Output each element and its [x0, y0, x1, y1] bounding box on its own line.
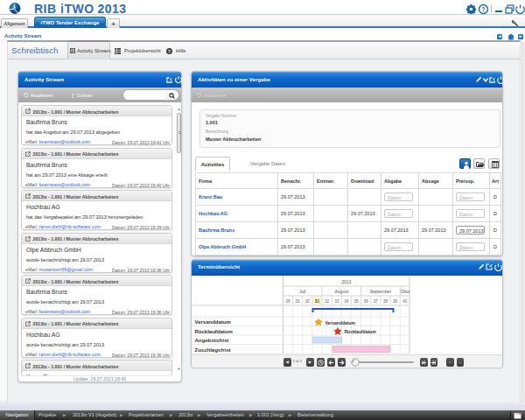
svg-text:33: 33 [334, 299, 340, 304]
svg-text:Zuschlagsfrist: Zuschlagsfrist [195, 347, 231, 353]
svg-text:31: 31 [315, 299, 320, 304]
svg-text:Versanddatum: Versanddatum [195, 319, 231, 325]
svg-text:Okto: Okto [401, 289, 410, 294]
svg-text:Versanddatum: Versanddatum [326, 320, 356, 326]
svg-text:39: 39 [393, 299, 398, 304]
svg-text:2013: 2013 [341, 279, 351, 284]
svg-text:38: 38 [383, 299, 388, 304]
svg-text:August: August [335, 289, 349, 294]
svg-text:Rücklaufdatum: Rücklaufdatum [345, 329, 377, 334]
svg-text:36: 36 [364, 299, 369, 304]
svg-text:40: 40 [402, 299, 408, 304]
svg-text:Juli: Juli [299, 289, 306, 294]
svg-text:35: 35 [354, 299, 359, 304]
svg-text:34: 34 [344, 299, 349, 304]
svg-text:30: 30 [305, 299, 311, 304]
svg-text:Angebotsfrist: Angebotsfrist [195, 338, 229, 343]
svg-text:37: 37 [374, 299, 379, 304]
svg-text:28: 28 [285, 299, 290, 304]
svg-text:Rücklaufdatum: Rücklaufdatum [195, 329, 233, 334]
svg-text:32: 32 [325, 299, 330, 304]
svg-text:?: ? [481, 6, 485, 12]
svg-text:29: 29 [296, 299, 301, 304]
svg-text:September: September [370, 289, 392, 294]
